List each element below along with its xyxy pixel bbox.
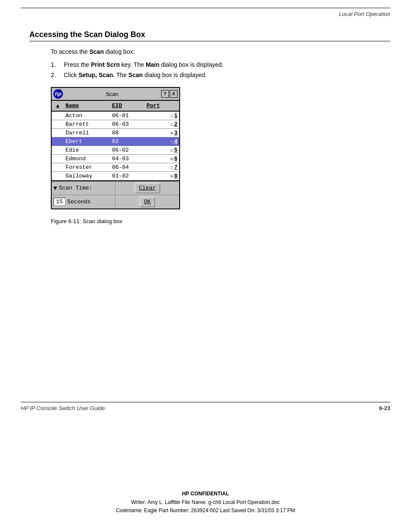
step-1: 1. Press the Print Scrn key. The Main di…: [51, 61, 390, 68]
bottom-section: HP IP Console Switch User Guide 6-23: [0, 402, 411, 411]
clear-button-area: Clear: [115, 181, 179, 195]
table-row[interactable]: Edie 06-02 ☐ 5: [52, 146, 179, 155]
dialog-titlebar: hp Scan ? X: [52, 88, 179, 101]
intro-bold: Scan: [90, 48, 104, 55]
confidential-line2: Codename: Eagle Part Number: 263924-002 …: [0, 507, 411, 515]
help-button[interactable]: ?: [161, 90, 169, 98]
row-icon-8: [52, 172, 64, 180]
top-rule: [21, 8, 390, 8]
row-port-3: ☒ 3: [145, 129, 179, 137]
row-num-1: 1: [174, 112, 177, 119]
table-row[interactable]: Darrell 08 ☒ 3: [52, 129, 179, 137]
scan-dialog: hp Scan ? X ▲ Name EID Port: [51, 87, 180, 209]
row-name-2: Barrett: [64, 120, 110, 128]
row-num-3: 3: [174, 130, 177, 136]
scan-time-area: ▼ Scan Time:: [52, 181, 115, 195]
row-port-6: ☒ 6: [145, 155, 179, 163]
step-2: 2. Click Setup, Scan. The Scan dialog bo…: [51, 72, 390, 78]
footer-right-text: 6-23: [379, 405, 390, 411]
row-num-6: 6: [174, 156, 177, 162]
row-num-5: 5: [174, 147, 177, 153]
row-eid-3: 08: [110, 129, 145, 137]
header-text: Local Port Operation: [339, 11, 390, 17]
scan-time-label: Scan Time:: [59, 185, 92, 191]
name-column-header: Name: [64, 102, 110, 110]
confidential-line1: Writer: Amy L. Laffitte File Name: g-ch6…: [0, 498, 411, 507]
row-icon-4: [52, 137, 64, 146]
page-header: Local Port Operation: [21, 11, 390, 17]
confidential-title: HP CONFIDENTIAL: [0, 490, 411, 498]
sort-arrow-icon: ▲: [56, 103, 59, 109]
row-num-2: 2: [174, 121, 177, 128]
table-row[interactable]: Barrett 06-03 ☐ 2: [52, 120, 179, 129]
row-icon-3: [52, 129, 64, 137]
step-2-text: Click Setup, Scan. The Scan dialog box i…: [64, 72, 207, 78]
checkbox-1[interactable]: ☐: [171, 113, 174, 118]
dialog-title-text: Scan: [65, 91, 159, 97]
intro-paragraph: To access the Scan dialog box:: [51, 48, 390, 55]
row-port-7: ☐ 7: [145, 163, 179, 171]
close-button[interactable]: X: [170, 90, 177, 98]
footer-left-text: HP IP Console Switch User Guide: [21, 405, 105, 411]
table-row[interactable]: Galloway 01-02 ☒ 8: [52, 172, 179, 180]
scan-time-value-area: Seconds: [52, 195, 115, 208]
row-num-8: 8: [174, 173, 177, 179]
ok-button[interactable]: OK: [140, 196, 155, 207]
sort-column[interactable]: ▲: [52, 102, 64, 110]
scan-time-input[interactable]: [53, 198, 65, 206]
checkbox-8[interactable]: ☒: [171, 173, 174, 179]
table-row-selected[interactable]: Ebert 02 ☐ 4: [52, 137, 179, 146]
table-row[interactable]: Acton 06-01 ☐ 1: [52, 112, 179, 120]
row-icon-1: [52, 112, 64, 120]
row-icon-7: [52, 163, 64, 171]
main-content: Accessing the Scan Dialog Box To access …: [29, 30, 390, 224]
ok-button-area: OK: [115, 195, 179, 208]
row-name-4: Ebert: [64, 137, 110, 146]
footer-row-2: Seconds OK: [52, 195, 179, 208]
table-row[interactable]: Edmond 04-03 ☒ 6: [52, 155, 179, 163]
hp-logo-icon: hp: [53, 89, 63, 99]
checkbox-5[interactable]: ☐: [171, 147, 174, 153]
row-eid-4: 02: [110, 137, 145, 146]
step-2-num: 2.: [51, 72, 64, 78]
row-port-2: ☐ 2: [145, 120, 179, 128]
row-name-5: Edie: [64, 146, 110, 154]
row-port-4: ☐ 4: [145, 137, 179, 146]
row-eid-1: 06-01: [110, 112, 145, 120]
table-row[interactable]: Forester 06-04 ☐ 7: [52, 163, 179, 172]
row-eid-2: 06-03: [110, 120, 145, 128]
checkbox-4[interactable]: ☐: [171, 139, 174, 144]
intro-text-after: dialog box:: [106, 48, 135, 55]
dialog-footer: ▼ Scan Time: Clear Seconds OK: [52, 180, 179, 208]
table-header: ▲ Name EID Port: [52, 101, 179, 112]
row-name-3: Darrell: [64, 129, 110, 137]
bottom-footer: HP IP Console Switch User Guide 6-23: [21, 405, 390, 411]
scroll-down-icon[interactable]: ▼: [53, 185, 57, 192]
checkbox-3[interactable]: ☒: [171, 130, 174, 136]
row-name-7: Forester: [64, 163, 110, 171]
hp-text: hp: [55, 91, 62, 97]
checkbox-2[interactable]: ☐: [171, 121, 174, 127]
row-eid-5: 06-02: [110, 146, 145, 154]
row-name-8: Galloway: [64, 172, 110, 180]
title-buttons: ? X: [161, 90, 177, 98]
row-eid-6: 04-03: [110, 155, 145, 163]
eid-column-header: EID: [110, 102, 145, 110]
checkbox-7[interactable]: ☐: [171, 165, 174, 170]
confidential-section: HP CONFIDENTIAL Writer: Amy L. Laffitte …: [0, 490, 411, 515]
step-1-text: Press the Print Scrn key. The Main dialo…: [64, 61, 224, 68]
row-eid-7: 06-04: [110, 163, 145, 171]
clear-button[interactable]: Clear: [134, 183, 160, 193]
dialog-rows: Acton 06-01 ☐ 1 Barrett 06-03 ☐ 2: [52, 112, 179, 180]
row-port-5: ☐ 5: [145, 146, 179, 154]
intro-text-before: To access the: [51, 48, 88, 55]
bottom-rule: [21, 402, 390, 402]
row-port-8: ☒ 8: [145, 172, 179, 180]
checkbox-6[interactable]: ☒: [171, 156, 174, 162]
row-icon-5: [52, 146, 64, 154]
row-num-7: 7: [174, 164, 177, 171]
row-icon-6: [52, 155, 64, 163]
row-name-1: Acton: [64, 112, 110, 120]
section-heading: Accessing the Scan Dialog Box: [29, 30, 390, 41]
row-port-1: ☐ 1: [145, 112, 179, 120]
